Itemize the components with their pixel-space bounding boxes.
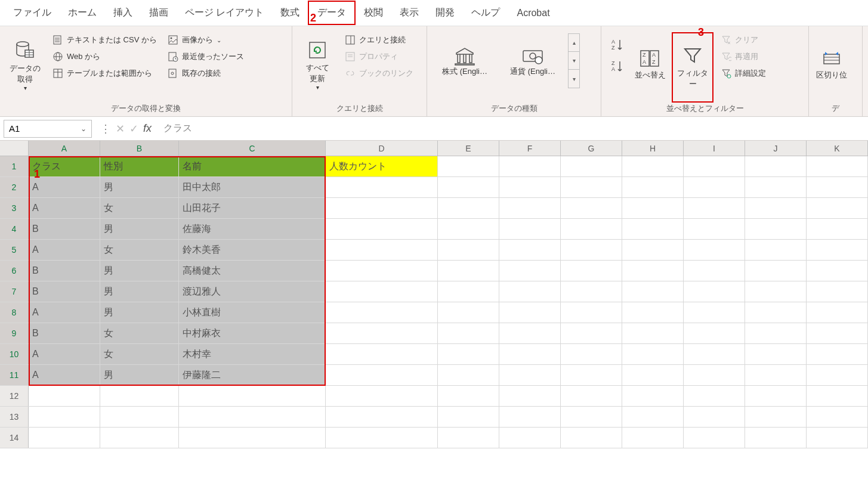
tab-描画[interactable]: 描画 <box>141 2 177 24</box>
cell-A8[interactable]: A <box>29 302 100 323</box>
cell-E4[interactable] <box>438 219 499 239</box>
cell-I6[interactable] <box>684 261 745 281</box>
cell-A14[interactable] <box>29 428 100 448</box>
refresh-all-button[interactable]: すべて 更新 ▾ <box>297 32 338 98</box>
cell-K8[interactable] <box>807 302 868 323</box>
cell-D11[interactable] <box>326 365 438 385</box>
cell-J9[interactable] <box>745 323 807 343</box>
col-header-D[interactable]: D <box>326 141 438 156</box>
cell-A11[interactable]: A <box>29 365 100 385</box>
cell-C3[interactable]: 山田花子 <box>179 198 326 218</box>
cell-F4[interactable] <box>499 219 561 239</box>
cell-H6[interactable] <box>622 261 684 281</box>
cell-G12[interactable] <box>561 386 622 406</box>
tab-ファイル[interactable]: ファイル <box>5 2 60 24</box>
cell-J11[interactable] <box>745 365 807 385</box>
col-header-J[interactable]: J <box>745 141 807 156</box>
cell-J6[interactable] <box>745 261 807 281</box>
cell-F3[interactable] <box>499 198 561 218</box>
col-header-B[interactable]: B <box>100 141 179 156</box>
from-text-csv-button[interactable]: テキストまたは CSV から <box>49 32 160 48</box>
cell-B3[interactable]: 女 <box>100 198 179 218</box>
col-header-I[interactable]: I <box>684 141 745 156</box>
cell-I7[interactable] <box>684 281 745 302</box>
cell-C1[interactable]: 名前 <box>179 156 326 176</box>
cell-K10[interactable] <box>807 344 868 364</box>
cell-C9[interactable]: 中村麻衣 <box>179 323 326 343</box>
cell-K1[interactable] <box>807 156 868 176</box>
cell-H1[interactable] <box>622 156 684 176</box>
cell-B6[interactable]: 男 <box>100 261 179 281</box>
get-data-button[interactable]: データの 取得 ▾ <box>5 32 45 98</box>
cell-J5[interactable] <box>745 240 807 260</box>
cell-B13[interactable] <box>100 407 179 427</box>
cell-G5[interactable] <box>561 240 622 260</box>
cell-H5[interactable] <box>622 240 684 260</box>
tab-表示[interactable]: 表示 <box>391 2 427 24</box>
cell-G3[interactable] <box>561 198 622 218</box>
cell-B14[interactable] <box>100 428 179 448</box>
col-header-E[interactable]: E <box>438 141 499 156</box>
gallery-up-button[interactable]: ▴ <box>569 34 579 52</box>
cell-E3[interactable] <box>438 198 499 218</box>
cell-K2[interactable] <box>807 177 868 197</box>
workbook-links-button[interactable]: ブックのリンク <box>341 66 417 81</box>
cell-A4[interactable]: B <box>29 219 100 239</box>
row-header-8[interactable]: 8 <box>0 302 29 323</box>
cancel-icon[interactable]: ✕ <box>116 122 125 135</box>
col-header-H[interactable]: H <box>622 141 684 156</box>
sort-desc-button[interactable]: ZA <box>610 58 625 74</box>
from-web-button[interactable]: Web から <box>49 49 160 64</box>
tab-開発[interactable]: 開発 <box>427 2 463 24</box>
cell-C10[interactable]: 木村幸 <box>179 344 326 364</box>
tab-ヘルプ[interactable]: ヘルプ <box>463 2 508 24</box>
cell-E7[interactable] <box>438 281 499 302</box>
tab-ホーム[interactable]: ホーム <box>60 2 105 24</box>
col-header-K[interactable]: K <box>807 141 868 156</box>
cell-B1[interactable]: 性別 <box>100 156 179 176</box>
cell-G1[interactable] <box>561 156 622 176</box>
cell-D14[interactable] <box>326 428 438 448</box>
gallery-more-button[interactable]: ▾ <box>569 70 579 88</box>
cell-G4[interactable] <box>561 219 622 239</box>
cell-A13[interactable] <box>29 407 100 427</box>
gallery-down-button[interactable]: ▾ <box>569 52 579 70</box>
cell-F14[interactable] <box>499 428 561 448</box>
cell-E2[interactable] <box>438 177 499 197</box>
cell-J4[interactable] <box>745 219 807 239</box>
cell-J7[interactable] <box>745 281 807 302</box>
cell-F11[interactable] <box>499 365 561 385</box>
cell-B5[interactable]: 女 <box>100 240 179 260</box>
cell-D13[interactable] <box>326 407 438 427</box>
cell-H11[interactable] <box>622 365 684 385</box>
cell-B7[interactable]: 男 <box>100 281 179 302</box>
cell-E14[interactable] <box>438 428 499 448</box>
cell-C12[interactable] <box>179 386 326 406</box>
sort-button[interactable]: ZAAZ 並べ替え <box>632 32 668 98</box>
cell-D1[interactable]: 人数カウント <box>326 156 438 176</box>
cell-K9[interactable] <box>807 323 868 343</box>
cell-G13[interactable] <box>561 407 622 427</box>
cell-C7[interactable]: 渡辺雅人 <box>179 281 326 302</box>
from-image-button[interactable]: 画像から ⌄ <box>164 32 248 48</box>
cell-D10[interactable] <box>326 344 438 364</box>
cell-G6[interactable] <box>561 261 622 281</box>
name-box[interactable]: A1 ⌄ <box>4 120 92 138</box>
cell-I4[interactable] <box>684 219 745 239</box>
tab-挿入[interactable]: 挿入 <box>105 2 141 24</box>
cell-E1[interactable] <box>438 156 499 176</box>
row-header-2[interactable]: 2 <box>0 177 29 197</box>
cell-D5[interactable] <box>326 240 438 260</box>
cell-C4[interactable]: 佐藤海 <box>179 219 326 239</box>
cell-A12[interactable] <box>29 386 100 406</box>
cell-A10[interactable]: A <box>29 344 100 364</box>
select-all-corner[interactable] <box>0 141 29 156</box>
more-icon[interactable]: ⋮ <box>100 122 111 135</box>
cell-I8[interactable] <box>684 302 745 323</box>
currency-datatype-button[interactable]: 通貨 (Engli… <box>500 42 566 79</box>
cell-H4[interactable] <box>622 219 684 239</box>
cell-F7[interactable] <box>499 281 561 302</box>
cell-I11[interactable] <box>684 365 745 385</box>
cell-G2[interactable] <box>561 177 622 197</box>
cell-H9[interactable] <box>622 323 684 343</box>
